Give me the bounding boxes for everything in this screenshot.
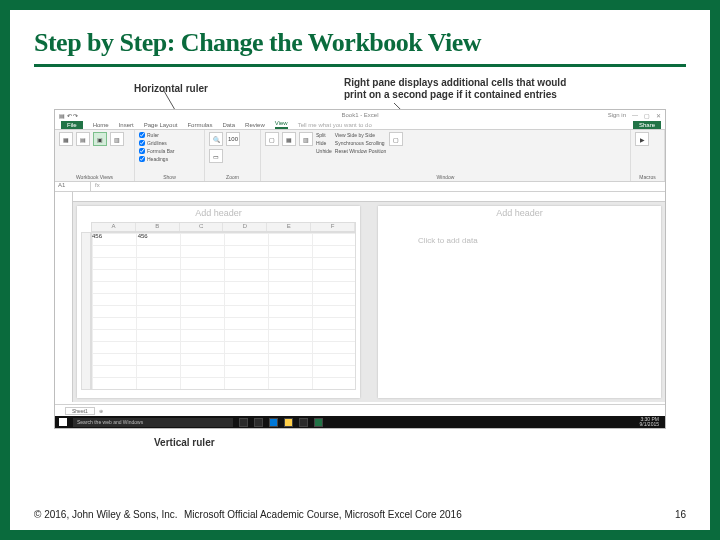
tab-formulas[interactable]: Formulas [187,122,212,129]
worksheet-area: Add header A B C D E F [55,192,665,402]
col-b[interactable]: B [136,223,180,231]
callout-vertical-ruler: Vertical ruler [34,437,686,448]
group-workbook-views: Workbook Views [59,174,130,180]
tab-insert[interactable]: Insert [119,122,134,129]
excel-taskbar-icon[interactable] [314,418,323,427]
start-button[interactable] [59,418,67,426]
screenshot: ▤ ↶ ↷ Book1 - Excel Sign in — ▢ ✕ File H… [54,109,666,429]
add-header-placeholder-2[interactable]: Add header [378,208,661,218]
tab-review[interactable]: Review [245,122,265,129]
reset-window-button[interactable]: Reset Window Position [335,148,386,154]
footer-page: 16 [656,509,686,520]
signin-link[interactable]: Sign in [608,112,626,119]
excel-window: ▤ ↶ ↷ Book1 - Excel Sign in — ▢ ✕ File H… [54,109,666,429]
ribbon: ▦ ▤ ▣ ▥ Workbook Views Ruler Gridlines F… [55,130,665,182]
store-icon[interactable] [299,418,308,427]
footer-course: Microsoft Official Academic Course, Micr… [184,509,656,520]
col-e[interactable]: E [267,223,311,231]
chk-gridlines[interactable]: Gridlines [139,140,200,146]
tab-view[interactable]: View [275,120,288,129]
normal-view-button[interactable]: ▦ [59,132,73,146]
column-headers: A B C D E F [91,222,356,232]
page-1[interactable]: Add header A B C D E F [77,206,360,398]
row-headers [81,232,91,390]
share-button[interactable]: Share [633,121,661,129]
col-c[interactable]: C [180,223,224,231]
taskview-icon[interactable] [254,418,263,427]
explorer-icon[interactable] [284,418,293,427]
windows-taskbar: Search the web and Windows 3:30 PM 9/1/2… [55,416,665,428]
callout-right-pane: Right pane displays additional cells tha… [344,77,574,100]
zoom-100-button[interactable]: 100 [226,132,240,146]
formula-bar: A1 fx [55,182,665,192]
tab-home[interactable]: Home [93,122,109,129]
title-rule [34,64,686,67]
zoom-button[interactable]: 🔍 [209,132,223,146]
group-macros: Macros [635,174,660,180]
taskbar-search[interactable]: Search the web and Windows [73,418,233,427]
excel-titlebar: ▤ ↶ ↷ Book1 - Excel Sign in — ▢ ✕ [55,110,665,120]
new-window-button[interactable]: ▢ [265,132,279,146]
vertical-ruler [55,192,73,402]
tab-pagelayout[interactable]: Page Layout [144,122,178,129]
switch-windows-button[interactable]: ▢ [389,132,403,146]
callout-horizontal-ruler: Horizontal ruler [134,83,208,95]
macros-button[interactable]: ▶ [635,132,649,146]
click-to-add-data[interactable]: Click to add data [418,236,478,245]
tab-file[interactable]: File [61,121,83,129]
arrange-all-button[interactable]: ▦ [282,132,296,146]
ribbon-tabs: File Home Insert Page Layout Formulas Da… [55,120,665,130]
group-show: Show [139,174,200,180]
minimize-icon[interactable]: — [632,112,638,119]
chk-headings[interactable]: Headings [139,156,200,162]
pagelayout-view-button[interactable]: ▣ [93,132,107,146]
pagebreak-view-button[interactable]: ▤ [76,132,90,146]
add-sheet-button[interactable]: ⊕ [99,408,103,414]
edge-icon[interactable] [269,418,278,427]
zoom-selection-button[interactable]: ▭ [209,149,223,163]
workbook-filename: Book1 - Excel [341,112,378,118]
horizontal-ruler [73,192,665,202]
split-button[interactable]: Split [316,132,332,138]
col-d[interactable]: D [223,223,267,231]
group-zoom: Zoom [209,174,256,180]
tab-data[interactable]: Data [222,122,235,129]
col-f[interactable]: F [311,223,355,231]
maximize-icon[interactable]: ▢ [644,112,650,119]
chk-formulabar[interactable]: Formula Bar [139,148,200,154]
close-icon[interactable]: ✕ [656,112,661,119]
add-header-placeholder[interactable]: Add header [77,208,360,218]
fx-label: fx [91,182,100,191]
status-bar: Sheet1 ⊕ [55,404,665,416]
sync-scroll-button[interactable]: Synchronous Scrolling [335,140,386,146]
slide-footer: © 2016, John Wiley & Sons, Inc. Microsof… [34,509,686,520]
quick-access-icon: ▤ ↶ ↷ [59,112,78,119]
view-sidebyside-button[interactable]: View Side by Side [335,132,386,138]
col-a[interactable]: A [92,223,136,231]
slide-title: Step by Step: Change the Workbook View [34,28,686,58]
cell-grid[interactable] [91,232,356,390]
cortana-icon[interactable] [239,418,248,427]
footer-copyright: © 2016, John Wiley & Sons, Inc. [34,509,184,520]
group-window: Window [265,174,626,180]
hide-button[interactable]: Hide [316,140,332,146]
sheet-tab[interactable]: Sheet1 [65,407,95,415]
page-2[interactable]: Add header Click to add data [378,206,661,398]
taskbar-clock[interactable]: 3:30 PM 9/1/2015 [640,417,661,427]
sample-data: 456 456 [92,233,182,239]
unhide-button[interactable]: Unhide [316,148,332,154]
tell-me[interactable]: Tell me what you want to do [298,122,372,129]
chk-ruler[interactable]: Ruler [139,132,200,138]
name-box[interactable]: A1 [55,182,91,191]
freeze-panes-button[interactable]: ▥ [299,132,313,146]
custom-views-button[interactable]: ▥ [110,132,124,146]
